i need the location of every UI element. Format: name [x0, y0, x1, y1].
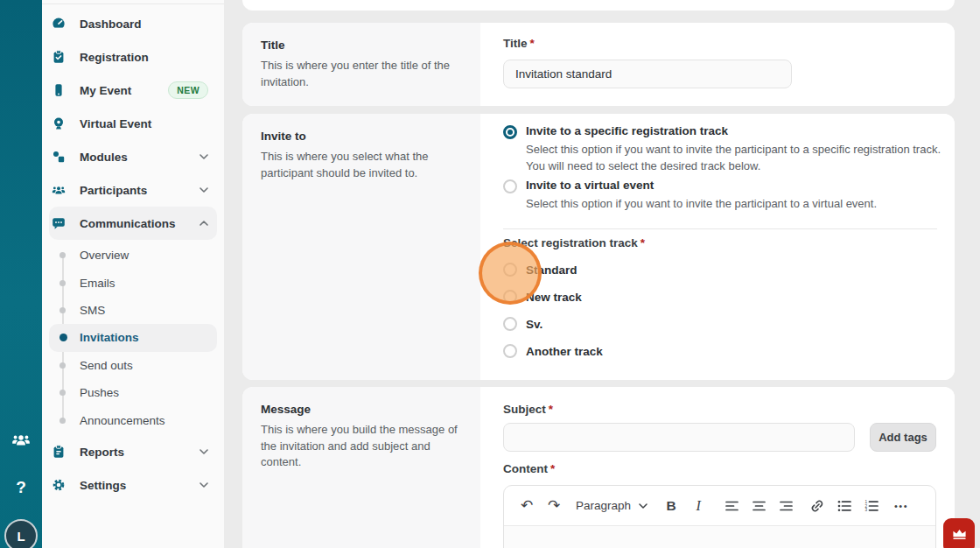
- required-asterisk: *: [549, 403, 553, 416]
- add-tags-button[interactable]: Add tags: [870, 423, 936, 452]
- required-asterisk: *: [530, 37, 535, 50]
- participants-count-icon[interactable]: [11, 433, 31, 451]
- radio-track-sv[interactable]: [503, 317, 517, 331]
- sidebar-item-emails[interactable]: Emails: [42, 269, 224, 296]
- sub-item-label: SMS: [80, 304, 105, 317]
- chevron-down-icon: [639, 503, 648, 509]
- italic-icon[interactable]: I: [689, 494, 708, 518]
- sidebar-item-label: Settings: [80, 479, 126, 492]
- sidebar-item-my-event[interactable]: My Event NEW: [42, 74, 224, 107]
- radio-option-label[interactable]: Invite to a specific registration track: [526, 124, 728, 137]
- radio-option-label[interactable]: Invite to a virtual event: [526, 179, 654, 192]
- sidebar-item-label: My Event: [80, 84, 131, 97]
- sidebar-item-sms[interactable]: SMS: [42, 297, 224, 324]
- more-options-icon[interactable]: •••: [892, 494, 911, 518]
- sidebar-item-label: Modules: [80, 151, 128, 164]
- content-field-label: Content*: [503, 462, 555, 475]
- editor-content-area[interactable]: [504, 526, 935, 548]
- sidebar-item-modules[interactable]: Modules: [42, 140, 224, 173]
- bulleted-list-icon[interactable]: [835, 494, 854, 518]
- track-group-label: Select registration track*: [503, 236, 645, 249]
- reports-icon: [52, 445, 66, 459]
- subject-input[interactable]: [503, 423, 855, 452]
- sub-item-label: Send outs: [80, 359, 133, 372]
- sidebar-item-reports[interactable]: Reports: [42, 435, 224, 468]
- align-right-icon[interactable]: [776, 494, 795, 518]
- subject-field-label: Subject*: [503, 403, 553, 416]
- title-card: Title This is where you enter the title …: [242, 23, 955, 106]
- chevron-up-icon: [200, 221, 208, 226]
- sidebar-item-announcements[interactable]: Announcements: [42, 406, 224, 433]
- title-input[interactable]: Invitation standard: [503, 60, 792, 88]
- message-card: Message This is where you build the mess…: [242, 387, 955, 548]
- chevron-down-icon: [200, 449, 208, 454]
- sidebar-item-label: Participants: [80, 184, 147, 197]
- registration-icon: [52, 50, 66, 64]
- sidebar-nav: Dashboard Registration My Event NEW: [42, 7, 224, 240]
- radio-virtual-event[interactable]: [503, 179, 517, 193]
- communications-submenu: Overview Emails SMS Invitations Send out…: [42, 242, 224, 434]
- section-divider: [503, 228, 937, 229]
- participants-icon: [52, 183, 66, 197]
- redo-icon[interactable]: ↷: [544, 494, 564, 518]
- title-section-info: Title This is where you enter the title …: [242, 23, 480, 106]
- paragraph-style-dropdown[interactable]: Paragraph: [576, 494, 648, 518]
- sidebar-footer-nav: Reports Settings: [42, 435, 224, 502]
- radio-track-standard[interactable]: [503, 263, 517, 277]
- bullet-dot-icon: [60, 280, 66, 286]
- sidebar-item-overview[interactable]: Overview: [42, 242, 224, 269]
- help-button[interactable]: ?: [0, 478, 42, 497]
- section-title: Message: [261, 403, 463, 416]
- chevron-down-icon: [200, 482, 208, 488]
- radio-specific-track[interactable]: [503, 125, 517, 139]
- radio-track-new-track[interactable]: [503, 290, 517, 304]
- track-option-label[interactable]: New track: [526, 291, 582, 304]
- sidebar-item-registration[interactable]: Registration: [42, 40, 224, 74]
- upgrade-crown-button[interactable]: [943, 518, 975, 548]
- invite-section-info: Invite to This is where you select what …: [242, 114, 480, 380]
- track-option-label[interactable]: Another track: [526, 345, 603, 358]
- bullet-dot-icon: [60, 307, 66, 313]
- required-asterisk: *: [550, 462, 555, 475]
- align-left-icon[interactable]: [722, 494, 741, 518]
- sidebar-item-participants[interactable]: Participants: [42, 173, 224, 207]
- sidebar-item-invitations[interactable]: Invitations: [49, 324, 217, 351]
- radio-option-description: Select this option if you want to invite…: [526, 195, 942, 212]
- new-badge: NEW: [168, 81, 208, 99]
- left-rail: ? L: [0, 0, 42, 548]
- message-section-info: Message This is where you build the mess…: [242, 387, 480, 548]
- previous-card-edge: [242, 0, 955, 11]
- bullet-dot-icon: [60, 418, 66, 424]
- modules-icon: [52, 150, 66, 164]
- user-avatar[interactable]: L: [4, 519, 38, 548]
- active-bullet-dot-icon: [60, 334, 67, 341]
- section-description: This is where you enter the title of the…: [261, 58, 463, 90]
- numbered-list-icon[interactable]: 123: [862, 494, 881, 518]
- sidebar-item-label: Reports: [80, 446, 124, 459]
- sub-item-label: Pushes: [80, 386, 119, 399]
- sidebar-item-label: Registration: [80, 51, 149, 64]
- sidebar-item-pushes[interactable]: Pushes: [42, 379, 224, 406]
- radio-track-another-track[interactable]: [503, 344, 517, 358]
- sidebar-item-settings[interactable]: Settings: [42, 468, 224, 502]
- sidebar-item-send-outs[interactable]: Send outs: [42, 352, 224, 379]
- link-icon[interactable]: [808, 494, 827, 518]
- bullet-dot-icon: [60, 252, 66, 258]
- chevron-down-icon: [200, 154, 208, 159]
- communications-icon: [52, 216, 66, 230]
- sidebar-item-dashboard[interactable]: Dashboard: [42, 7, 224, 40]
- track-option-label[interactable]: Standard: [526, 263, 578, 277]
- sidebar-item-label: Dashboard: [80, 18, 142, 31]
- sidebar-item-virtual-event[interactable]: Virtual Event: [42, 107, 224, 140]
- undo-icon[interactable]: ↶: [517, 494, 536, 518]
- dashboard-icon: [52, 17, 66, 31]
- section-description: This is where you build the message of t…: [261, 422, 463, 471]
- content-rich-text-editor: ↶ ↷ Paragraph B I: [503, 485, 936, 548]
- align-center-icon[interactable]: [749, 494, 768, 518]
- invite-section-fields: Invite to a specific registration track …: [480, 114, 955, 380]
- bold-icon[interactable]: B: [662, 494, 681, 518]
- sidebar-item-communications[interactable]: Communications: [49, 207, 217, 240]
- track-option-label[interactable]: Sv.: [526, 318, 542, 331]
- sub-item-label: Invitations: [80, 331, 139, 344]
- virtual-event-icon: [52, 116, 66, 130]
